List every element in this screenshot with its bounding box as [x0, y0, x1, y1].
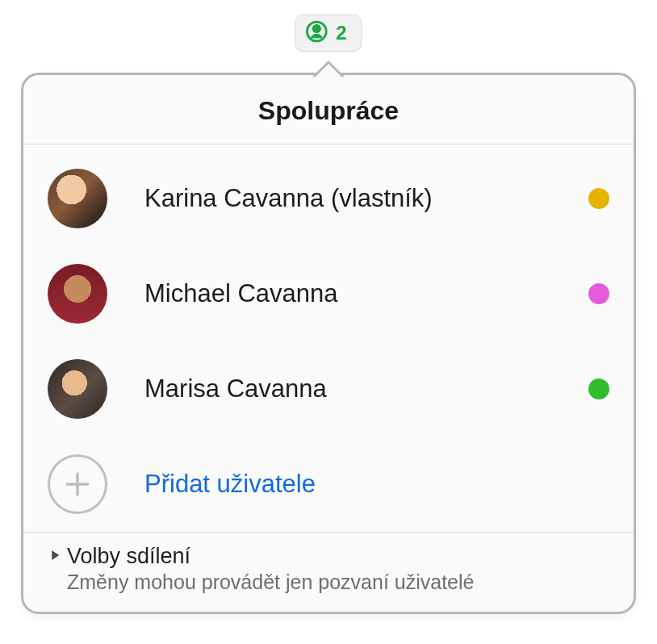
collaborator-name: Marisa Cavanna	[144, 374, 588, 404]
presence-color-dot	[588, 188, 609, 209]
collaborator-name: Michael Cavanna	[144, 279, 588, 308]
collaborator-row[interactable]: Marisa Cavanna	[23, 341, 634, 437]
svg-marker-4	[52, 550, 59, 560]
collaboration-popover: Spolupráce Karina Cavanna (vlastník) Mic…	[21, 73, 636, 614]
collaborator-list: Karina Cavanna (vlastník) Michael Cavann…	[23, 144, 634, 532]
share-options-title: Volby sdílení	[67, 544, 190, 569]
share-options-toggle[interactable]: Volby sdílení	[48, 544, 609, 569]
plus-icon	[48, 454, 107, 514]
share-options-subtitle: Změny mohou provádět jen pozvaní uživate…	[67, 571, 609, 594]
avatar	[48, 359, 107, 419]
popover-caret	[312, 61, 345, 77]
disclosure-right-icon	[48, 548, 62, 566]
collaborator-row[interactable]: Michael Cavanna	[23, 246, 634, 341]
person-icon	[305, 20, 328, 46]
avatar	[48, 264, 107, 324]
add-people-button[interactable]: Přidat uživatele	[23, 437, 634, 532]
presence-color-dot	[588, 378, 609, 399]
collaboration-toolbar-button[interactable]: 2	[295, 15, 362, 52]
popover-title: Spolupráce	[23, 75, 634, 144]
share-options-section: Volby sdílení Změny mohou provádět jen p…	[23, 533, 634, 612]
svg-point-1	[313, 25, 320, 31]
presence-color-dot	[588, 283, 609, 304]
avatar	[48, 169, 107, 228]
collaborator-count: 2	[336, 22, 346, 44]
collaborator-row[interactable]: Karina Cavanna (vlastník)	[23, 151, 634, 246]
add-people-label: Přidat uživatele	[144, 470, 316, 499]
collaborator-name: Karina Cavanna (vlastník)	[144, 184, 588, 213]
